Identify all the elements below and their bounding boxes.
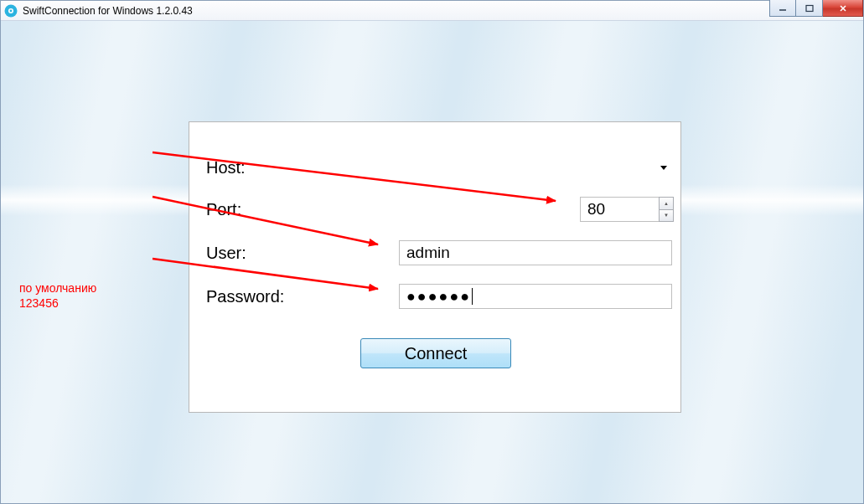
connection-panel: Host: Port: ▲ ▼ User: [189, 121, 681, 413]
minimize-button[interactable] [769, 0, 796, 17]
port-spinner: ▲ ▼ [659, 197, 674, 222]
host-dropdown[interactable] [399, 156, 672, 179]
user-input[interactable] [399, 240, 672, 265]
app-window: SwiftConnection for Windows 1.2.0.43 Hos… [0, 0, 864, 504]
connect-button[interactable]: Connect [360, 338, 511, 368]
annotation-line1: по умолчанию [19, 280, 96, 296]
password-label: Password: [206, 287, 382, 306]
client-area: Host: Port: ▲ ▼ User: [1, 21, 863, 503]
annotation-note: по умолчанию 123456 [19, 280, 96, 311]
svg-point-2 [10, 9, 13, 12]
window-controls [769, 0, 863, 17]
maximize-button[interactable] [796, 0, 823, 17]
close-button[interactable] [823, 0, 863, 17]
app-icon [4, 4, 18, 18]
user-row: User: [206, 239, 382, 266]
port-input[interactable] [580, 197, 659, 222]
port-row: Port: ▲ ▼ [206, 196, 382, 223]
titlebar[interactable]: SwiftConnection for Windows 1.2.0.43 [1, 1, 863, 21]
chevron-down-icon [660, 166, 667, 170]
password-row: Password: ●●●●●● [206, 283, 382, 310]
password-mask: ●●●●●● [406, 288, 471, 306]
user-label: User: [206, 244, 382, 263]
host-row: Host: [206, 154, 382, 181]
svg-rect-4 [806, 5, 813, 11]
text-caret [472, 288, 473, 305]
port-stepper[interactable]: ▲ ▼ [580, 197, 674, 222]
host-label: Host: [206, 158, 382, 177]
window-title: SwiftConnection for Windows 1.2.0.43 [23, 5, 193, 17]
port-label: Port: [206, 200, 382, 219]
password-input[interactable]: ●●●●●● [399, 284, 672, 309]
spinner-up-button[interactable]: ▲ [660, 198, 673, 210]
spinner-down-button[interactable]: ▼ [660, 210, 673, 222]
annotation-line2: 123456 [19, 296, 96, 311]
